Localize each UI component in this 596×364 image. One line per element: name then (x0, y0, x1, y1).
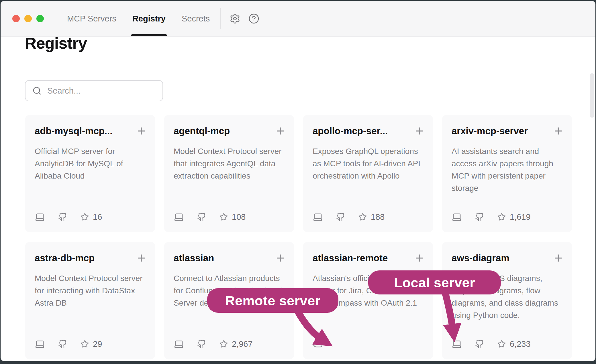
star-count: 108 (232, 212, 246, 222)
add-server-button[interactable]: + (554, 126, 562, 136)
server-name: astra-db-mcp (35, 253, 95, 264)
server-name: atlassian (174, 253, 214, 264)
local-server-callout: Local server (368, 270, 501, 294)
server-meta: 108 (174, 212, 285, 222)
close-window-button[interactable] (12, 15, 20, 22)
cloud-icon (313, 339, 323, 349)
add-server-button[interactable]: + (415, 253, 424, 263)
github-icon (475, 212, 484, 221)
star-icon (219, 213, 228, 221)
star-icon (81, 340, 89, 348)
server-card[interactable]: astra-db-mcp + Model Context Protocol se… (25, 242, 155, 359)
search-input[interactable] (47, 86, 162, 96)
github-icon (197, 212, 206, 221)
search-icon (32, 86, 42, 95)
server-meta: 2,967 (174, 339, 285, 349)
star-icon (497, 340, 506, 348)
star-count: 16 (93, 212, 102, 222)
star-count: 29 (93, 339, 102, 349)
laptop-icon (174, 339, 184, 349)
main-nav: MCP Servers Registry Secrets (66, 1, 210, 36)
star-count: 6,233 (510, 339, 531, 349)
server-description: AI assistants search and access arXiv pa… (452, 145, 562, 194)
server-name: atlassian-remote (313, 253, 388, 264)
add-server-button[interactable]: + (554, 253, 562, 263)
github-icon (197, 339, 206, 349)
star-count: 1,619 (510, 212, 531, 222)
settings-gear-icon[interactable] (229, 13, 241, 25)
server-name: adb-mysql-mcp... (35, 126, 112, 136)
server-card[interactable]: agentql-mcp + Model Context Protocol ser… (164, 115, 294, 232)
server-meta: 188 (313, 212, 424, 222)
help-icon[interactable] (248, 13, 260, 25)
vertical-scrollbar-thumb[interactable] (590, 73, 594, 118)
title-bar: MCP Servers Registry Secrets (1, 1, 595, 37)
add-server-button[interactable]: + (276, 126, 285, 136)
server-card[interactable]: aws-diagram + Generate AWS diagrams, seq… (442, 242, 572, 359)
star-icon (497, 213, 506, 221)
server-card[interactable]: arxiv-mcp-server + AI assistants search … (442, 115, 572, 232)
server-card[interactable]: adb-mysql-mcp... + Official MCP server f… (25, 115, 155, 232)
server-description: Model Context Protocol server that integ… (174, 145, 285, 182)
card-grid: adb-mysql-mcp... + Official MCP server f… (25, 115, 572, 359)
github-icon (58, 212, 67, 221)
github-icon (58, 339, 67, 349)
laptop-icon (35, 339, 45, 349)
zoom-window-button[interactable] (36, 15, 44, 22)
server-description: Model Context Protocol server for intera… (35, 272, 146, 309)
page-title: Registry (25, 34, 87, 52)
add-server-button[interactable]: + (276, 253, 285, 263)
app-window: MCP Servers Registry Secrets (1, 1, 595, 361)
search-box (25, 80, 163, 101)
server-card[interactable]: apollo-mcp-ser... + Exposes GraphQL oper… (303, 115, 433, 232)
remote-server-callout: Remote server (207, 288, 338, 313)
star-icon (219, 340, 228, 348)
laptop-icon (35, 212, 45, 222)
star-count: 188 (371, 212, 385, 222)
github-icon (336, 212, 345, 221)
laptop-icon (452, 212, 462, 222)
laptop-icon (174, 212, 184, 222)
server-meta: 29 (35, 339, 146, 349)
server-meta: 16 (35, 212, 146, 222)
add-server-button[interactable]: + (415, 126, 424, 136)
star-count: 2,967 (232, 339, 253, 349)
server-name: agentql-mcp (174, 126, 230, 136)
server-description: Exposes GraphQL operations as MCP tools … (313, 145, 424, 182)
laptop-icon (313, 212, 323, 222)
toolbar-divider (220, 8, 221, 29)
star-icon (358, 213, 367, 221)
star-icon (81, 213, 89, 221)
tab-mcp-servers[interactable]: MCP Servers (66, 1, 117, 36)
server-name: arxiv-mcp-server (452, 126, 528, 136)
add-server-button[interactable]: + (137, 126, 146, 136)
server-meta-remote (313, 339, 424, 349)
add-server-button[interactable]: + (137, 253, 146, 263)
laptop-icon (452, 339, 462, 349)
tab-secrets[interactable]: Secrets (181, 1, 210, 36)
server-meta: 6,233 (452, 339, 562, 349)
server-name: aws-diagram (452, 253, 509, 264)
tab-registry[interactable]: Registry (132, 1, 166, 36)
screenshot-stage: MCP Servers Registry Secrets (0, 0, 596, 364)
minimize-window-button[interactable] (24, 15, 32, 22)
traffic-lights (12, 15, 44, 22)
server-name: apollo-mcp-ser... (313, 126, 388, 136)
server-meta: 1,619 (452, 212, 562, 222)
github-icon (475, 339, 484, 349)
server-description: Official MCP server for AnalyticDB for M… (35, 145, 146, 182)
